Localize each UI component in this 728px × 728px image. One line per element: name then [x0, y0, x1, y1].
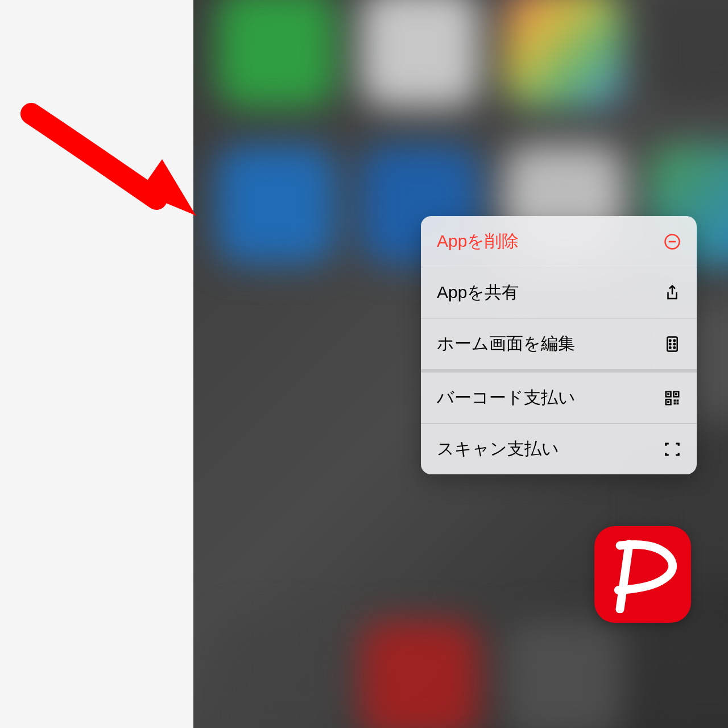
menu-item-share-app[interactable]: Appを共有	[421, 267, 697, 318]
svg-point-5	[669, 343, 671, 345]
paypay-logo-icon	[605, 536, 681, 613]
qr-code-icon	[664, 390, 681, 407]
share-icon	[664, 284, 681, 301]
app-context-menu: Appを削除 Appを共有 ホーム画面を編集	[421, 216, 697, 474]
menu-item-label: Appを削除	[437, 230, 519, 253]
svg-rect-13	[675, 393, 677, 395]
menu-item-edit-home[interactable]: ホーム画面を編集	[421, 318, 697, 373]
red-arrow-annotation	[14, 102, 202, 228]
menu-item-label: バーコード支払い	[437, 386, 576, 410]
svg-rect-18	[677, 402, 679, 404]
scan-icon	[664, 441, 681, 458]
svg-rect-14	[667, 401, 669, 403]
menu-item-label: Appを共有	[437, 281, 519, 304]
svg-rect-15	[674, 399, 676, 402]
svg-point-8	[674, 347, 676, 349]
apps-grid-icon	[664, 336, 681, 353]
paypay-app-icon[interactable]	[594, 526, 691, 623]
svg-point-4	[674, 340, 676, 341]
svg-point-7	[669, 347, 671, 349]
svg-rect-17	[674, 402, 676, 404]
svg-point-6	[674, 343, 676, 345]
menu-item-delete-app[interactable]: Appを削除	[421, 216, 697, 267]
menu-item-label: スキャン支払い	[437, 437, 559, 461]
svg-point-3	[669, 340, 671, 341]
svg-rect-12	[667, 393, 669, 395]
menu-item-barcode-pay[interactable]: バーコード支払い	[421, 373, 697, 424]
menu-item-label: ホーム画面を編集	[437, 332, 575, 355]
menu-item-scan-pay[interactable]: スキャン支払い	[421, 424, 697, 474]
remove-circle-icon	[664, 233, 681, 250]
home-screen-blurred: Appを削除 Appを共有 ホーム画面を編集	[193, 0, 728, 728]
svg-rect-16	[677, 399, 679, 402]
